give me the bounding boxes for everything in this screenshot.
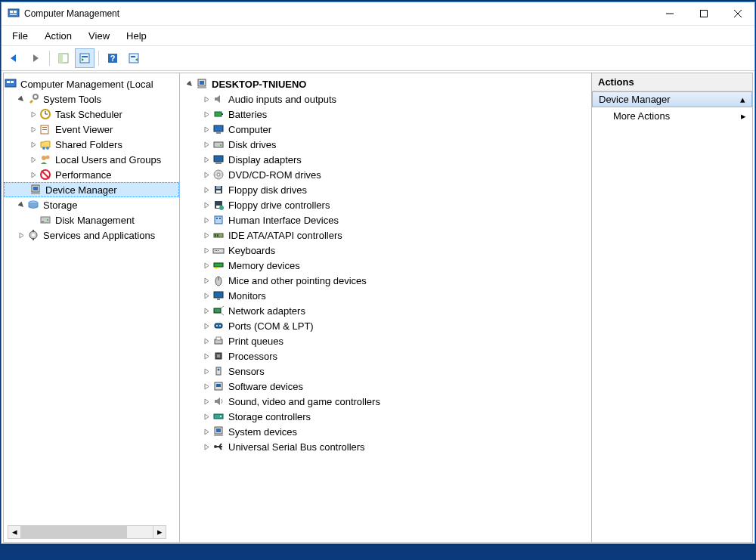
menu-help[interactable]: Help xyxy=(120,29,153,43)
expand-icon[interactable] xyxy=(201,217,212,224)
device-category[interactable]: Computer xyxy=(180,122,591,137)
forward-button[interactable] xyxy=(26,48,45,68)
svg-rect-58 xyxy=(216,190,221,193)
device-category[interactable]: DVD/CD-ROM drives xyxy=(180,167,591,182)
svg-rect-64 xyxy=(219,218,221,219)
device-category[interactable]: Display adapters xyxy=(180,152,591,167)
actions-selected[interactable]: Device Manager ▴ xyxy=(592,91,752,107)
device-category[interactable]: Print queues xyxy=(180,333,591,348)
device-category[interactable]: Memory devices xyxy=(180,258,591,273)
device-category[interactable]: Floppy disk drives xyxy=(180,182,591,197)
device-category[interactable]: Storage controllers xyxy=(180,409,591,424)
expand-icon[interactable] xyxy=(28,141,39,148)
maximize-button[interactable] xyxy=(686,3,720,24)
collapse-icon[interactable] xyxy=(184,81,195,88)
expand-icon[interactable] xyxy=(201,323,212,330)
tree-system-tools[interactable]: System Tools xyxy=(4,91,179,107)
menu-file[interactable]: File xyxy=(6,29,34,43)
tree-label: Shared Folders xyxy=(54,139,122,150)
expand-icon[interactable] xyxy=(16,232,26,239)
tree-device-manager[interactable]: Device Manager xyxy=(4,182,179,197)
collapse-icon[interactable] xyxy=(16,96,26,103)
expand-icon[interactable] xyxy=(201,262,212,269)
workarea: Computer Management (Local System Tools xyxy=(3,73,753,543)
svg-point-40 xyxy=(32,234,35,237)
device-category[interactable]: Floppy drive controllers xyxy=(180,197,591,212)
expand-icon[interactable] xyxy=(201,277,212,284)
tree-shared-folders[interactable]: Shared Folders xyxy=(4,137,179,152)
device-category[interactable]: Network adapters xyxy=(180,303,591,318)
expand-icon[interactable] xyxy=(201,292,212,299)
tree-local-users[interactable]: Local Users and Groups xyxy=(4,152,179,167)
tree-performance[interactable]: Performance xyxy=(4,167,179,182)
tree-services-apps[interactable]: Services and Applications xyxy=(4,227,179,243)
device-category[interactable]: Software devices xyxy=(180,379,591,394)
device-category[interactable]: Mice and other pointing devices xyxy=(180,273,591,288)
expand-icon[interactable] xyxy=(201,126,212,133)
expand-icon[interactable] xyxy=(201,368,212,375)
expand-icon[interactable] xyxy=(28,126,39,133)
refresh-button[interactable] xyxy=(124,48,144,68)
tree-storage[interactable]: Storage xyxy=(4,197,179,212)
expand-icon[interactable] xyxy=(28,172,39,178)
console-tree-pane[interactable]: Computer Management (Local System Tools xyxy=(4,73,180,542)
expand-icon[interactable] xyxy=(201,156,212,163)
expand-icon[interactable] xyxy=(28,111,39,118)
horizontal-scrollbar[interactable]: ◂ ▸ xyxy=(8,525,166,537)
expand-icon[interactable] xyxy=(201,187,212,193)
tree-task-scheduler[interactable]: Task Scheduler xyxy=(4,107,179,122)
minimize-button[interactable] xyxy=(652,3,686,24)
device-category[interactable]: Sound, video and game controllers xyxy=(180,394,591,409)
expand-icon[interactable] xyxy=(201,96,212,103)
expand-icon[interactable] xyxy=(201,413,212,420)
device-category[interactable]: Audio inputs and outputs xyxy=(180,91,591,107)
titlebar[interactable]: Computer Management xyxy=(2,2,754,26)
device-category[interactable]: Sensors xyxy=(180,364,591,379)
svg-rect-18 xyxy=(11,81,14,83)
svg-line-31 xyxy=(42,171,49,178)
show-hide-tree-button[interactable] xyxy=(54,48,73,68)
expand-icon[interactable] xyxy=(201,247,212,254)
tree-disk-management[interactable]: Disk Management xyxy=(4,212,179,227)
device-manager-pane[interactable]: DESKTOP-TNIUENOAudio inputs and outputsB… xyxy=(180,73,592,542)
device-category[interactable]: Batteries xyxy=(180,107,591,122)
device-category[interactable]: Universal Serial Bus controllers xyxy=(180,439,591,454)
expand-icon[interactable] xyxy=(201,353,212,360)
device-category-label: Display adapters xyxy=(227,154,302,166)
expand-icon[interactable] xyxy=(201,429,212,435)
actions-more[interactable]: More Actions ▸ xyxy=(592,107,752,125)
expand-icon[interactable] xyxy=(201,141,212,148)
device-category-label: Sensors xyxy=(227,366,265,377)
expand-icon[interactable] xyxy=(201,383,212,390)
expand-icon[interactable] xyxy=(201,338,212,345)
expand-icon[interactable] xyxy=(201,398,212,405)
svg-rect-78 xyxy=(214,292,223,298)
device-category[interactable]: System devices xyxy=(180,424,591,439)
device-category[interactable]: Keyboards xyxy=(180,243,591,258)
device-category[interactable]: Processors xyxy=(180,348,591,364)
device-icon xyxy=(212,138,225,150)
device-category[interactable]: Monitors xyxy=(180,288,591,303)
device-category[interactable]: Human Interface Devices xyxy=(180,212,591,227)
tree-event-viewer[interactable]: Event Viewer xyxy=(4,122,179,137)
properties-button[interactable] xyxy=(75,48,94,68)
svg-point-55 xyxy=(217,173,220,176)
expand-icon[interactable] xyxy=(201,232,212,239)
expand-icon[interactable] xyxy=(28,156,39,163)
expand-icon[interactable] xyxy=(201,202,212,209)
device-category[interactable]: Ports (COM & LPT) xyxy=(180,318,591,333)
device-category[interactable]: Disk drives xyxy=(180,137,591,152)
menu-action[interactable]: Action xyxy=(39,29,78,43)
back-button[interactable] xyxy=(5,48,24,68)
tree-root[interactable]: Computer Management (Local xyxy=(4,76,179,91)
expand-icon[interactable] xyxy=(201,111,212,118)
device-root[interactable]: DESKTOP-TNIUENO xyxy=(180,76,591,91)
expand-icon[interactable] xyxy=(201,444,212,450)
device-category[interactable]: IDE ATA/ATAPI controllers xyxy=(180,227,591,243)
help-button[interactable]: ? xyxy=(103,48,122,68)
close-button[interactable] xyxy=(720,3,754,24)
expand-icon[interactable] xyxy=(201,172,212,178)
collapse-icon[interactable] xyxy=(16,202,26,209)
expand-icon[interactable] xyxy=(201,308,212,314)
menu-view[interactable]: View xyxy=(82,29,116,43)
